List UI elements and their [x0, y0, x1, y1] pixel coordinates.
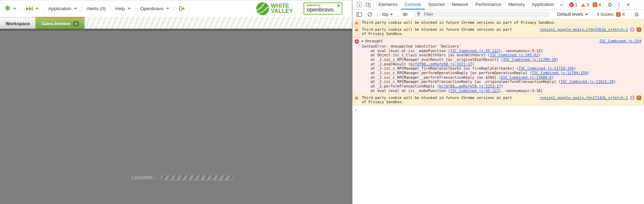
- warning-triangle-icon: [354, 20, 360, 25]
- tab-label: Network: [452, 2, 469, 7]
- cookie-info-icon[interactable]: [630, 96, 635, 100]
- stack-file-link[interactable]: ISC_Combined.js:11710:166: [519, 66, 574, 70]
- tab-close-icon[interactable]: x: [73, 21, 79, 26]
- logout-icon: [179, 6, 185, 11]
- warning-triangle-icon: [354, 96, 360, 104]
- console-input[interactable]: [362, 108, 641, 112]
- stack-file-link[interactable]: ISC_Combined.js:45:122: [450, 89, 499, 93]
- devtools-tab-application[interactable]: Application: [528, 0, 558, 9]
- message-source-1: region1.google-analy…tfd=5361&_z=fetch:1…: [540, 27, 641, 32]
- message-source-3: region1.google-analy…fd=17242&_z=fetch:1…: [540, 96, 641, 100]
- chevron-down-icon: [127, 8, 131, 10]
- menu-user-menu[interactable]: Openbravo: [140, 5, 170, 13]
- stack-trace-line: at Object.isc_c_Class_evalWithVars [as e…: [362, 53, 641, 57]
- issues-counter[interactable]: 4 Issues: ! 4: [595, 12, 626, 17]
- issues-label: 4 Issues:: [597, 12, 614, 17]
- filter-input[interactable]: [423, 12, 547, 17]
- issue-icon[interactable]: !: [637, 96, 641, 100]
- menu-help-menu[interactable]: Help: [115, 5, 132, 13]
- issues-count: 4: [599, 2, 601, 7]
- message-text: ISC_Combined.js:254▶UncaughtSyntaxError:…: [362, 39, 641, 93]
- menu-alerts-menu[interactable]: Alerts (0): [86, 5, 107, 13]
- logo-area: WHITE VALLEY powered by openbravo.: [256, 2, 349, 15]
- workspace-shortcuts-icon: ✱: [5, 6, 10, 12]
- settings-gear-icon[interactable]: ⚙: [606, 2, 615, 7]
- app-content-canvas: LOADING...: [0, 29, 352, 204]
- message-source-2: ISC_Combined.js:254: [599, 39, 641, 43]
- menu-logout[interactable]: [178, 5, 185, 13]
- console-prompt[interactable]: ›: [352, 106, 644, 113]
- stack-file-link[interactable]: ISC_Combined.js:265:62: [490, 53, 539, 57]
- message-text: region1.google-analy…fd=17242&_z=fetch:1…: [362, 96, 641, 104]
- stack-file-link[interactable]: bcfdf88……ed0afe58.js:3253:17: [439, 84, 501, 88]
- chevron-down-icon: [35, 8, 39, 10]
- issue-icon[interactable]: !: [637, 27, 641, 32]
- stack-file-link[interactable]: ISC_Combined.js:11689:6: [501, 75, 551, 79]
- close-devtools-icon[interactable]: ✕: [624, 2, 633, 7]
- stack-trace-line: at _2.isc_c_RPCManager_performTransactio…: [362, 79, 641, 84]
- stack-file-link[interactable]: bcfdf88……ed0afe58.js:3221:17: [410, 62, 472, 66]
- app-tab-bar: WorkspaceSales Invoicex: [0, 17, 352, 29]
- stack-file-link[interactable]: ISC_Combined.js:11621:20: [561, 79, 614, 84]
- console-toolbar: top Default levels: [352, 10, 644, 19]
- device-toolbar-icon[interactable]: [364, 0, 373, 9]
- warning-count-badge[interactable]: 3: [581, 2, 589, 7]
- openbravo-swirl-icon: [337, 4, 340, 7]
- devtools-tab-console[interactable]: Console: [401, 0, 425, 9]
- devtools-tab-network[interactable]: Network: [448, 0, 472, 9]
- cookie-info-icon[interactable]: [630, 27, 635, 32]
- menu-workspace-shortcuts[interactable]: ✱: [4, 4, 17, 13]
- kebab-menu-icon[interactable]: ⋮: [615, 2, 624, 7]
- screen: ✱ApplicationAlerts (0)HelpOpenbravo WHIT…: [0, 0, 644, 204]
- tab-label: Memory: [508, 2, 525, 7]
- stack-trace-line: at _2.evalResult (bcfdf88……ed0afe58.js:3…: [362, 62, 641, 66]
- stack-trace-line: at _2.isc_c_RPCManager_evalResult [as _o…: [362, 57, 641, 62]
- divider: [136, 6, 136, 12]
- live-expression-eye-icon[interactable]: [401, 12, 410, 16]
- chevron-down-icon: [13, 8, 16, 10]
- menu-quick-launch[interactable]: [25, 5, 39, 13]
- tab-label: Console: [404, 2, 421, 7]
- source-link[interactable]: region1.google-analy…tfd=5361&_z=fetch:1: [540, 27, 628, 32]
- console-message-warning: Third-party cookie will be blocked in fu…: [352, 19, 644, 26]
- console-settings-gear-icon[interactable]: ⚙: [632, 12, 641, 17]
- divider: [174, 6, 174, 12]
- error-count-badge[interactable]: ✕ 1: [569, 2, 578, 7]
- stack-file-link[interactable]: ISC_Combined.js:11709:18: [503, 57, 556, 62]
- console-filter-box[interactable]: [414, 11, 550, 18]
- warning-triangle-icon: [581, 3, 585, 7]
- menu-application-menu[interactable]: Application: [47, 5, 78, 13]
- devtools-tab-sources[interactable]: Sources: [425, 0, 448, 9]
- openbravo-app-pane: ✱ApplicationAlerts (0)HelpOpenbravo WHIT…: [0, 0, 352, 204]
- devtools-tab-bar: ElementsConsoleSourcesNetworkPerformance…: [352, 0, 644, 10]
- expand-triangle-icon[interactable]: ▶: [362, 39, 364, 44]
- loading-indicator: LOADING...: [132, 175, 233, 180]
- console-sidebar-icon[interactable]: [354, 12, 364, 17]
- stack-file-link[interactable]: ISC_Combined.js:11704:150: [532, 71, 587, 75]
- console-message-error: ISC_Combined.js:254▶UncaughtSyntaxError:…: [352, 37, 644, 94]
- chevron-down-icon: [166, 8, 169, 10]
- app-tab-workspace[interactable]: Workspace: [0, 17, 36, 29]
- warning-triangle-icon: [354, 27, 360, 36]
- javascript-context-dropdown[interactable]: top: [380, 12, 395, 17]
- log-levels-dropdown[interactable]: Default levels: [556, 12, 590, 17]
- app-tab-sales-invoice[interactable]: Sales Invoicex: [36, 17, 84, 29]
- clear-console-icon[interactable]: [365, 12, 374, 17]
- message-text: region1.google-analy…tfd=5361&_z=fetch:1…: [362, 27, 641, 36]
- stack-file-link[interactable]: ISC_Combined.js:45:122: [450, 49, 499, 53]
- source-link[interactable]: region1.google-analy…fd=17242&_z=fetch:1: [540, 96, 628, 100]
- tab-label: Sources: [428, 2, 445, 7]
- console-messages: Third-party cookie will be blocked in fu…: [352, 19, 644, 204]
- source-link[interactable]: ISC_Combined.js:254: [599, 39, 641, 43]
- loading-label: LOADING...: [132, 175, 157, 180]
- more-tabs-chevron[interactable]: »: [557, 0, 565, 9]
- devtools-tab-performance[interactable]: Performance: [472, 0, 505, 9]
- app-toolbar: ✱ApplicationAlerts (0)HelpOpenbravo WHIT…: [0, 0, 352, 17]
- chevron-down-icon: [390, 14, 393, 15]
- devtools-tab-elements[interactable]: Elements: [375, 0, 401, 9]
- console-message-warning: region1.google-analy…fd=17242&_z=fetch:1…: [352, 94, 644, 106]
- issue-icon: !: [593, 2, 597, 7]
- issues-count-badge[interactable]: ! 4: [593, 2, 601, 7]
- inspect-element-icon[interactable]: [354, 0, 364, 9]
- devtools-tab-memory[interactable]: Memory: [505, 0, 528, 9]
